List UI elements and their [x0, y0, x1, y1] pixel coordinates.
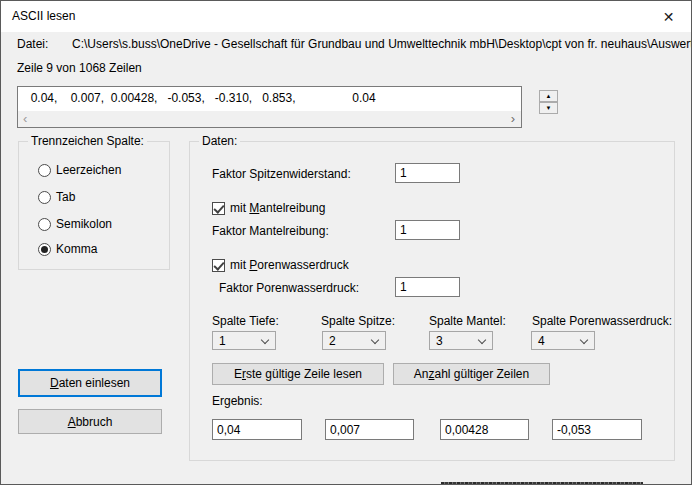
chevron-down-icon: [478, 336, 486, 344]
ergebnis-field-1[interactable]: [212, 419, 302, 440]
chevron-down-icon: [261, 336, 269, 344]
radio-semikolon-label[interactable]: Semikolon: [56, 218, 112, 231]
horizontal-scrollbar[interactable]: ‹ ›: [18, 111, 521, 127]
spalte-porenwasserdruck-value: 4: [538, 334, 545, 348]
line-info: Zeile 9 von 1068 Zeilen: [17, 61, 142, 75]
faktor-spitzenwiderstand-field[interactable]: [395, 163, 460, 183]
ascii-lesen-dialog: ASCII lesen ✕ Datei: C:\Users\s.buss\One…: [0, 0, 692, 485]
spalte-porenwasserdruck-label: Spalte Porenwasserdruck:: [532, 314, 672, 328]
daten-group-title: Daten:: [199, 134, 240, 148]
ergebnis-label: Ergebnis:: [212, 394, 263, 408]
scroll-right-icon[interactable]: ›: [511, 111, 515, 127]
faktor-mantelreibung-label: Faktor Mantelreibung:: [212, 224, 329, 238]
faktor-mantelreibung-field[interactable]: [395, 220, 460, 240]
spalte-mantel-value: 3: [436, 334, 443, 348]
mit-porenwasserdruck-label[interactable]: mit Porenwasserdruck: [230, 259, 349, 272]
line-preview-text: 0.04, 0.007, 0.00428, -0.053, -0.310, 0.…: [24, 91, 376, 105]
erste-gueltige-zeile-lesen-button[interactable]: Erste gültige Zeile lesen: [212, 363, 384, 385]
faktor-spitzenwiderstand-label: Faktor Spitzenwiderstand:: [212, 167, 351, 181]
line-up-button[interactable]: ▲: [539, 90, 558, 102]
down-arrow-icon: ▼: [546, 105, 552, 111]
up-arrow-icon: ▲: [546, 93, 552, 99]
close-icon[interactable]: ✕: [646, 1, 691, 32]
ergebnis-field-4[interactable]: [552, 419, 642, 440]
spalte-spitze-dropdown[interactable]: 2: [322, 331, 386, 350]
spalte-mantel-label: Spalte Mantel:: [429, 314, 506, 328]
spalte-mantel-dropdown[interactable]: 3: [429, 331, 493, 350]
mit-mantelreibung-checkbox[interactable]: [212, 202, 225, 215]
spalte-tiefe-dropdown[interactable]: 1: [212, 331, 276, 350]
mit-mantelreibung-label[interactable]: mit Mantelreibung: [230, 202, 325, 215]
radio-komma[interactable]: [38, 243, 51, 256]
ergebnis-field-3[interactable]: [440, 419, 529, 440]
faktor-porenwasserdruck-label: Faktor Porenwasserdruck:: [219, 281, 359, 295]
file-label: Datei:: [17, 37, 48, 51]
chevron-down-icon: [371, 336, 379, 344]
radio-leerzeichen-label[interactable]: Leerzeichen: [56, 164, 121, 177]
spalte-spitze-value: 2: [329, 334, 336, 348]
radio-tab-label[interactable]: Tab: [56, 191, 75, 204]
spalte-tiefe-label: Spalte Tiefe:: [212, 314, 279, 328]
scroll-left-icon[interactable]: ‹: [23, 111, 27, 127]
anzahl-gueltiger-zeilen-button[interactable]: Anzahl gültiger Zeilen: [393, 363, 550, 385]
faktor-porenwasserdruck-field[interactable]: [395, 277, 460, 297]
line-down-button[interactable]: ▼: [539, 102, 558, 114]
spalte-tiefe-value: 1: [219, 334, 226, 348]
chevron-down-icon: [580, 336, 588, 344]
separator-group-title: Trennzeichen Spalte:: [28, 134, 147, 148]
file-path: C:\Users\s.buss\OneDrive - Gesellschaft …: [72, 37, 692, 51]
titlebar[interactable]: ASCII lesen ✕: [1, 1, 691, 32]
radio-tab[interactable]: [38, 191, 51, 204]
radio-semikolon[interactable]: [38, 218, 51, 231]
daten-einlesen-button[interactable]: Daten einlesen: [18, 369, 162, 397]
mit-porenwasserdruck-checkbox[interactable]: [212, 259, 225, 272]
spalte-spitze-label: Spalte Spitze:: [321, 314, 395, 328]
daten-groupbox: Daten:: [189, 141, 675, 461]
line-preview-box: 0.04, 0.007, 0.00428, -0.053, -0.310, 0.…: [17, 86, 522, 128]
radio-leerzeichen[interactable]: [38, 164, 51, 177]
ergebnis-field-2[interactable]: [325, 419, 414, 440]
radio-komma-label[interactable]: Komma: [56, 243, 97, 256]
spalte-porenwasserdruck-dropdown[interactable]: 4: [531, 331, 595, 350]
window-title: ASCII lesen: [12, 9, 75, 23]
abbruch-button[interactable]: Abbruch: [18, 409, 162, 434]
